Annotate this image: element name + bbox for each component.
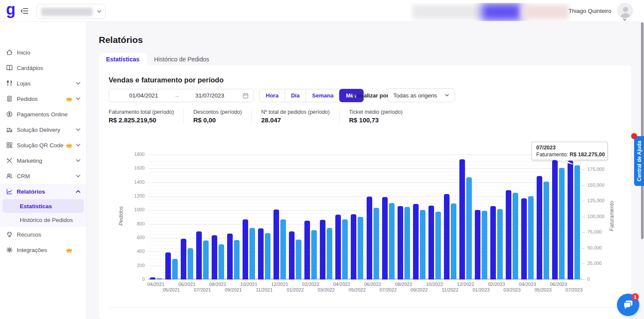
bar-faturamento-04-2023[interactable]	[528, 196, 534, 280]
scrollbar-thumb[interactable]	[641, 22, 644, 239]
bar-faturamento-03-2022[interactable]	[327, 228, 332, 280]
bar-faturamento-10-2021[interactable]	[249, 228, 255, 280]
sidebar-item-recursos[interactable]: Recursos	[0, 227, 86, 242]
goomer-logo[interactable]: g	[6, 0, 15, 18]
bar-pedidos-09-2022[interactable]	[413, 204, 419, 280]
sidebar-item-marketing[interactable]: Marketing	[0, 153, 86, 168]
bar-faturamento-05-2021[interactable]	[172, 259, 178, 280]
bar-pedidos-07-2022[interactable]	[382, 197, 388, 280]
bar-pedidos-09-2021[interactable]	[227, 234, 233, 280]
bar-faturamento-01-2022[interactable]	[296, 240, 301, 280]
bar-pedidos-03-2022[interactable]	[320, 220, 325, 280]
bar-pedidos-01-2022[interactable]	[289, 231, 295, 280]
dollar-circle-icon	[6, 111, 13, 118]
date-to[interactable]: 31/07/2023	[180, 92, 239, 99]
bar-faturamento-06-2022[interactable]	[374, 208, 379, 280]
bar-pedidos-02-2023[interactable]	[490, 206, 496, 280]
sidebar-item-inicio[interactable]: Inicio	[0, 45, 86, 60]
x-axis-label: 07/2022	[375, 287, 401, 292]
left-axis-tick: 400	[122, 249, 145, 254]
bar-faturamento-10-2022[interactable]	[435, 212, 441, 280]
sidebar-item-solucao-qr-code[interactable]: Solução QR Code	[0, 137, 86, 153]
period-button-semana[interactable]: Semana	[306, 89, 340, 102]
sidebar-item-historico-de-pedidos[interactable]: Histórico de Pedidos	[0, 213, 86, 227]
bar-pedidos-05-2021[interactable]	[165, 252, 171, 280]
bar-faturamento-09-2022[interactable]	[420, 210, 425, 280]
bar-pedidos-12-2022[interactable]	[459, 159, 465, 280]
bar-faturamento-09-2021[interactable]	[234, 240, 240, 280]
people-icon	[6, 173, 13, 179]
bar-faturamento-11-2022[interactable]	[451, 204, 456, 280]
origin-select[interactable]: Todas as origens	[388, 88, 455, 102]
bar-pedidos-07-2021[interactable]	[196, 231, 202, 280]
blurred-button-purple[interactable]	[481, 3, 522, 21]
bar-faturamento-12-2022[interactable]	[466, 177, 472, 280]
x-axis-label: 02/2022	[298, 282, 324, 287]
x-axis-label: 04/2023	[514, 282, 541, 287]
bar-pedidos-10-2021[interactable]	[243, 219, 248, 280]
bar-pedidos-06-2023[interactable]	[552, 160, 558, 280]
bar-pedidos-04-2022[interactable]	[335, 215, 341, 280]
bar-pedidos-07-2023[interactable]	[568, 161, 573, 280]
date-from[interactable]: 01/04/2021	[114, 92, 173, 99]
bar-faturamento-08-2021[interactable]	[219, 244, 224, 280]
sidebar-item-pedidos[interactable]: Pedidos	[0, 91, 86, 106]
x-axis-label: 06/2023	[545, 282, 572, 287]
bar-faturamento-03-2023[interactable]	[513, 193, 518, 280]
bar-pedidos-08-2022[interactable]	[398, 206, 403, 280]
bar-faturamento-07-2021[interactable]	[203, 240, 209, 280]
bar-pedidos-08-2021[interactable]	[212, 235, 217, 280]
bar-faturamento-08-2022[interactable]	[404, 207, 410, 280]
bar-faturamento-04-2021[interactable]	[157, 278, 162, 280]
bar-pedidos-04-2021[interactable]	[150, 277, 155, 280]
bar-pedidos-05-2023[interactable]	[537, 176, 542, 280]
bar-faturamento-06-2023[interactable]	[559, 168, 565, 280]
stat-label: Faturamento total (período)	[109, 109, 174, 115]
sidebar-item-pagamentos-online[interactable]: Pagamentos Online	[0, 106, 86, 122]
left-axis-tick: 1000	[122, 207, 145, 212]
period-button-hora[interactable]: Hora	[260, 89, 285, 102]
tab-estatisticas[interactable]: Estatísticas	[99, 53, 147, 65]
sidebar-item-estatisticas[interactable]: Estatísticas	[3, 199, 84, 213]
bar-pedidos-03-2023[interactable]	[506, 190, 511, 280]
bar-pedidos-10-2022[interactable]	[428, 206, 434, 280]
sidebar-item-label: Inicio	[17, 49, 30, 56]
date-range-picker[interactable]: 01/04/2021 → 31/07/2023	[109, 89, 254, 102]
bar-faturamento-01-2023[interactable]	[482, 211, 487, 280]
bar-faturamento-04-2022[interactable]	[342, 219, 348, 280]
sidebar-item-solucao-delivery[interactable]: Solução Delivery	[0, 122, 86, 137]
sidebar-item-relatorios[interactable]: Relatórios	[0, 184, 86, 199]
right-axis-tickmark	[582, 170, 585, 170]
avatar[interactable]	[617, 3, 633, 18]
store-selector[interactable]	[36, 4, 106, 19]
bar-pedidos-12-2021[interactable]	[273, 210, 279, 280]
bar-faturamento-05-2022[interactable]	[358, 217, 363, 280]
bar-faturamento-02-2022[interactable]	[311, 230, 317, 280]
bar-pedidos-11-2022[interactable]	[444, 194, 450, 280]
bar-faturamento-06-2021[interactable]	[188, 248, 193, 280]
blurred-button-gray[interactable]	[413, 5, 481, 19]
chevron-down-icon[interactable]	[623, 18, 627, 22]
period-button-dia[interactable]: Dia	[285, 89, 306, 102]
tab-historico-de-pedidos[interactable]: Histórico de Pedidos	[147, 53, 216, 65]
bar-pedidos-06-2022[interactable]	[367, 197, 372, 280]
bar-faturamento-12-2021[interactable]	[280, 219, 286, 280]
bar-pedidos-04-2023[interactable]	[521, 198, 527, 280]
sidebar-item-integracoes[interactable]: Integrações	[0, 242, 86, 258]
bar-faturamento-05-2023[interactable]	[544, 182, 549, 280]
bar-faturamento-11-2021[interactable]	[265, 233, 270, 280]
bar-faturamento-07-2022[interactable]	[389, 203, 395, 280]
bar-pedidos-02-2022[interactable]	[304, 221, 310, 280]
bar-pedidos-06-2021[interactable]	[181, 239, 186, 280]
sidebar-item-lojas[interactable]: Lojas	[0, 76, 86, 91]
left-axis-tick: 0	[122, 276, 145, 282]
bar-pedidos-05-2022[interactable]	[351, 214, 356, 280]
sidebar-item-cardapios[interactable]: Cardápios	[0, 60, 86, 76]
sidebar-item-crm[interactable]: CRM	[0, 168, 86, 184]
help-center-tab[interactable]: Central de Ajuda	[634, 136, 644, 186]
sidebar-collapse-icon[interactable]	[20, 7, 29, 15]
bar-faturamento-02-2023[interactable]	[497, 209, 503, 280]
bar-pedidos-11-2021[interactable]	[258, 228, 264, 280]
bar-faturamento-07-2023[interactable]	[574, 165, 580, 280]
bar-pedidos-01-2023[interactable]	[475, 210, 480, 280]
